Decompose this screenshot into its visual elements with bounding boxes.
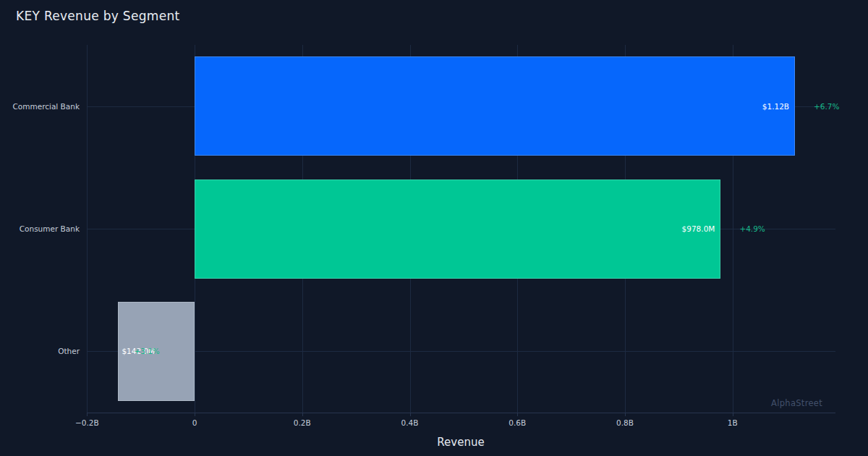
- x-axis-tickmark: [410, 413, 411, 416]
- pct-label-commercial-bank: +6.7%: [814, 102, 839, 111]
- x-tick-label: 0.8B: [616, 418, 634, 427]
- y-tick-label-other: Other: [58, 347, 80, 355]
- x-axis-tickmark: [87, 413, 88, 416]
- x-tick-label: 0.2B: [294, 418, 311, 427]
- pct-label-consumer-bank: +4.9%: [739, 224, 765, 233]
- x-axis-tickmark: [195, 413, 195, 416]
- x-axis-tickmark: [733, 413, 733, 416]
- x-axis-spine: [87, 413, 835, 413]
- y-tick-label-consumer-bank: Consumer Bank: [20, 224, 80, 233]
- y-tick-label-commercial-bank: Commercial Bank: [12, 102, 80, 111]
- gridline-horizontal: [87, 351, 835, 352]
- x-axis-tickmark: [302, 413, 303, 416]
- x-tick-label: 0.4B: [401, 418, 419, 427]
- value-label-consumer-bank: $978.0M: [682, 224, 715, 233]
- x-axis-title: Revenue: [437, 436, 484, 449]
- watermark-alphastreet: AlphaStreet: [771, 398, 822, 408]
- x-axis-tickmark: [625, 413, 626, 416]
- x-tick-label: 1B: [728, 418, 738, 427]
- revenue-by-segment-chart: KEY Revenue by Segment $1.12B+6.7%$978.0…: [0, 0, 868, 456]
- x-axis-tickmark: [517, 413, 518, 416]
- pct-label-other: +3.1%: [134, 347, 159, 355]
- x-tick-label: 0: [192, 418, 197, 427]
- plot-area: $1.12B+6.7%$978.0M+4.9%$142.0M+3.1%: [87, 45, 835, 413]
- bar-commercial-bank: [195, 56, 795, 156]
- x-tick-label: −0.2B: [75, 418, 99, 427]
- value-label-commercial-bank: $1.12B: [762, 102, 789, 111]
- chart-title: KEY Revenue by Segment: [16, 9, 179, 23]
- x-tick-label: 0.6B: [509, 418, 526, 427]
- bar-consumer-bank: [195, 180, 720, 279]
